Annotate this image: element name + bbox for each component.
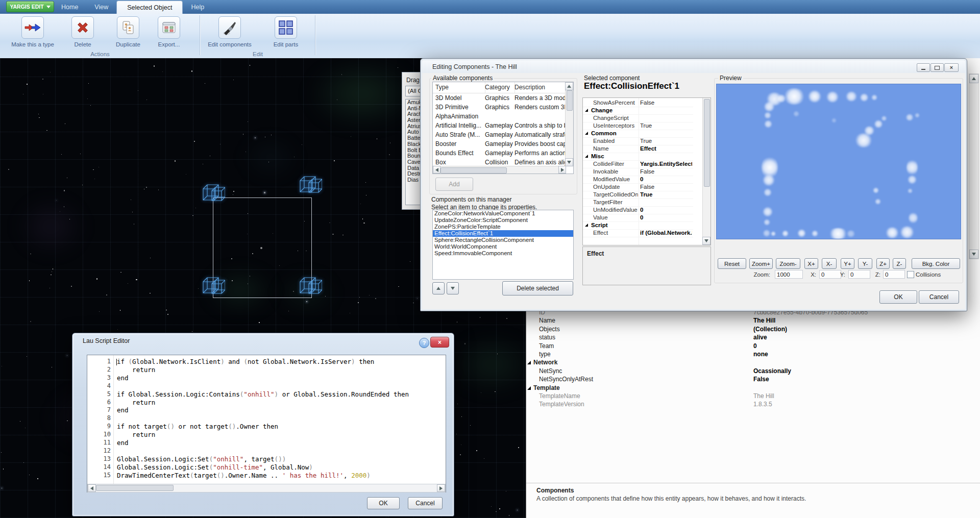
property-grid[interactable]: ShowAsPercentFalseChangeChangeScriptUseI… [582,97,711,245]
available-components-table[interactable]: TypeCategoryDescription 3D ModelGraphics… [432,82,574,174]
property-row[interactable]: UnModifiedValue0 [583,206,693,214]
duplicate-button[interactable]: Duplicate [106,15,150,55]
property-category-row[interactable]: Script [583,221,693,230]
z-plus-button[interactable]: Z+ [876,258,890,269]
code-editor[interactable]: 1if (Global.Network.IsClient) and (not G… [87,355,446,492]
entity-property-value[interactable]: none [753,350,768,358]
property-value[interactable]: 0 [640,176,692,183]
particle-preview-canvas[interactable] [716,84,961,239]
entity-property-value[interactable]: (Collection) [753,325,787,333]
expander-icon[interactable] [527,361,531,364]
entity-category-row[interactable]: Template [526,384,980,392]
close-button[interactable]: × [430,337,449,348]
entity-property-value[interactable]: Ocassionally [753,367,791,375]
property-row[interactable]: EnabledTrue [583,137,693,145]
property-row[interactable]: TargetFilter [583,199,693,207]
property-row[interactable]: InvokableFalse [583,168,693,176]
entity-property-row[interactable]: TemplateVersion1.8.3.5 [526,400,980,408]
dialog-titlebar[interactable]: Editing Components - The Hill × [422,60,965,73]
property-grid-scrollbar[interactable] [702,98,710,245]
zone-corner-cube[interactable] [201,273,225,299]
delete-button[interactable]: Delete [61,15,104,55]
component-row[interactable]: AlphaAnimation [433,112,565,121]
property-value[interactable]: True [640,137,692,145]
close-button[interactable]: × [944,63,959,72]
property-row[interactable]: CollideFilterYargis.EntitySelecto [583,160,693,168]
scrollbar-thumb[interactable] [440,167,507,174]
property-value[interactable]: if (Global.Network.I [640,229,692,237]
table-vertical-scrollbar[interactable] [565,82,573,166]
entity-property-row[interactable]: NetSyncOcassionally [526,367,980,375]
dialog-cancel-button[interactable]: Cancel [919,290,959,304]
property-category-row[interactable]: Change [583,107,693,115]
property-category-row[interactable]: Common [583,130,693,138]
dialog-ok-button[interactable]: OK [879,290,917,304]
minimize-button[interactable] [917,63,930,72]
property-value[interactable]: False [640,183,692,191]
property-value[interactable]: 0 [640,206,692,214]
collisions-checkbox[interactable] [907,271,914,278]
property-value[interactable]: Effect [640,145,692,153]
property-row[interactable]: NameEffect [583,145,693,153]
reset-button[interactable]: Reset [718,258,746,269]
expander-icon[interactable] [585,155,588,158]
property-row[interactable]: Effectif (Global.Network.I [583,229,693,237]
component-row[interactable]: Artificial Intellig...GameplayControls a… [433,121,565,130]
scroll-down-button[interactable] [702,237,710,245]
tab-home[interactable]: Home [53,0,86,14]
column-header-category[interactable]: Category [482,82,515,93]
help-button[interactable]: ? [419,338,429,348]
scroll-up-button[interactable] [969,74,978,83]
property-value[interactable]: Yargis.EntitySelecto [640,160,692,168]
y-plus-button[interactable]: Y+ [841,258,854,269]
property-row[interactable]: ModifiedValue0 [583,176,693,184]
table-header[interactable]: TypeCategoryDescription [433,82,573,93]
entity-property-value[interactable]: 0 [753,342,757,350]
table-horizontal-scrollbar[interactable] [433,166,566,174]
delete-selected-button[interactable]: Delete selected [502,281,573,295]
property-row[interactable]: ChangeScript [583,114,693,122]
property-row[interactable]: UseInterceptorsTrue [583,122,693,130]
column-header-type[interactable]: Type [433,82,485,93]
scrollbar-thumb[interactable] [567,90,573,111]
property-row[interactable]: Value0 [583,214,693,222]
manager-component-item[interactable]: UpdateZoneColor:ScriptComponent [433,217,573,224]
z-minus-button[interactable]: Z- [893,258,906,269]
move-up-button[interactable] [432,282,445,294]
scroll-right-button[interactable] [558,166,566,174]
entity-property-row[interactable]: NetSyncOnlyAtRestFalse [526,375,980,383]
panel-vertical-scrollbar[interactable] [969,73,979,259]
property-value[interactable]: False [640,168,692,176]
entity-property-row[interactable]: typenone [526,350,980,358]
tab-selected-object[interactable]: Selected Object [116,1,183,14]
scroll-right-button[interactable] [437,484,445,492]
scroll-down-button[interactable] [565,158,573,166]
property-category-row[interactable]: Misc [583,153,693,161]
entity-property-row[interactable]: Team0 [526,342,980,350]
x-plus-button[interactable]: X+ [804,258,818,269]
zoom-in-button[interactable]: Zoom+ [749,258,773,269]
tab-help[interactable]: Help [183,0,212,14]
property-value[interactable]: 0 [640,214,692,221]
property-row[interactable]: TargetCollidedOnlyTrue [583,191,693,199]
expander-icon[interactable] [585,132,588,135]
manager-component-item[interactable]: Speed:ImmovableComponent [433,250,573,257]
manager-component-item[interactable]: World:WorldComponent [433,243,573,250]
property-row[interactable]: OnUpdateFalse [583,183,693,191]
expander-icon[interactable] [585,224,588,227]
tab-view[interactable]: View [86,0,116,14]
manager-component-item[interactable]: Effect:CollisionEffect`1 [433,230,573,237]
entity-property-row[interactable]: TemplateNameThe Hill [526,392,980,400]
entity-property-row[interactable]: statusalive [526,333,980,341]
property-row[interactable]: ShowAsPercentFalse [583,99,693,107]
manager-components-list[interactable]: ZoneColor:NetworkValueComponent`1UpdateZ… [432,210,574,280]
entity-property-row[interactable]: NameThe Hill [526,316,980,325]
edit-components-button[interactable]: Edit components [203,15,256,55]
y-minus-button[interactable]: Y- [858,258,872,269]
scroll-left-button[interactable] [88,484,96,492]
zoom-out-button[interactable]: Zoom- [776,258,800,269]
entity-property-value[interactable]: alive [753,333,767,341]
expander-icon[interactable] [585,109,588,112]
manager-component-item[interactable]: ZonePS:ParticleTemplate [433,224,573,230]
edit-parts-button[interactable]: Edit parts [260,15,311,55]
